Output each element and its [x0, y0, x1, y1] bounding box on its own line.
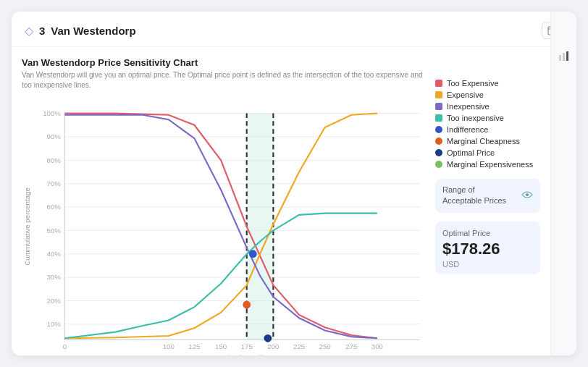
- legend-label-too-inexpensive: Too inexpensive: [447, 114, 504, 122]
- optimal-currency: USD: [442, 260, 533, 269]
- svg-text:Cummulative percentage: Cummulative percentage: [23, 187, 31, 266]
- svg-rect-5: [563, 53, 565, 61]
- svg-point-47: [264, 334, 272, 342]
- legend-optimal-price: Optimal Price: [435, 148, 540, 157]
- svg-text:225: 225: [293, 342, 305, 350]
- svg-text:275: 275: [345, 342, 357, 350]
- legend-color-indifference: [435, 126, 442, 133]
- legend-color-optimal-price: [435, 149, 442, 156]
- svg-text:300: 300: [371, 342, 384, 350]
- content-area: Van Westendorp Price Sensitivity Chart V…: [12, 47, 576, 355]
- legend-label-expensive: Expensive: [447, 90, 484, 99]
- svg-text:10%: 10%: [47, 320, 62, 328]
- svg-text:0: 0: [63, 342, 67, 350]
- legend-label-optimal-price: Optimal Price: [447, 148, 495, 157]
- svg-text:125: 125: [188, 342, 200, 350]
- legend-color-expensive: [435, 91, 442, 98]
- range-label: Range ofAcceptable Prices: [442, 185, 506, 207]
- legend-label-marginal-expensiveness: Marginal Expensiveness: [447, 160, 533, 169]
- legend-too-inexpensive: Too inexpensive: [435, 114, 540, 122]
- svg-text:70%: 70%: [47, 180, 62, 187]
- optimal-price-label: Optimal Price: [442, 229, 533, 237]
- svg-text:30%: 30%: [47, 273, 62, 281]
- optimal-price-value: $178.26: [442, 240, 533, 258]
- legend-color-too-inexpensive: [435, 114, 442, 122]
- chart-title: Van Westendorp Price Sensitivity Chart: [22, 57, 428, 68]
- step-number: 3: [39, 25, 45, 37]
- svg-rect-42: [247, 114, 274, 340]
- legend-indifference: Indifference: [435, 125, 540, 134]
- diamond-icon: ◇: [25, 24, 33, 38]
- svg-text:Price (USD $): Price (USD $): [220, 353, 264, 355]
- legend-color-marginal-cheapness: [435, 138, 442, 145]
- legend-label-indifference: Indifference: [447, 125, 488, 134]
- legend-expensive: Expensive: [435, 90, 540, 99]
- svg-text:150: 150: [215, 342, 227, 350]
- svg-rect-4: [559, 55, 561, 61]
- svg-text:100%: 100%: [43, 109, 61, 117]
- range-eye-icon[interactable]: [521, 190, 533, 201]
- svg-text:20%: 20%: [47, 297, 62, 305]
- chart-container: Cummulative percentage 100% 90% 80% 70% …: [22, 96, 428, 355]
- legend-label-marginal-cheapness: Marginal Cheapness: [447, 137, 520, 145]
- legend-too-expensive: Too Expensive: [435, 79, 540, 88]
- page-title: Van Westendorp: [51, 25, 135, 37]
- svg-text:100: 100: [163, 342, 175, 350]
- chart-description: Van Westendorp will give you an optimal …: [22, 70, 428, 90]
- svg-text:250: 250: [319, 342, 332, 350]
- chart-section: Van Westendorp Price Sensitivity Chart V…: [22, 57, 428, 347]
- chart-svg: Cummulative percentage 100% 90% 80% 70% …: [22, 96, 428, 355]
- svg-text:60%: 60%: [47, 203, 62, 211]
- legend-marginal-cheapness: Marginal Cheapness: [435, 137, 540, 145]
- svg-point-46: [243, 300, 251, 308]
- legend-label-too-expensive: Too Expensive: [447, 79, 499, 88]
- legend-inexpensive: Inexpensive: [435, 102, 540, 111]
- svg-rect-6: [566, 51, 568, 61]
- svg-text:50%: 50%: [47, 227, 62, 235]
- svg-text:40%: 40%: [47, 250, 62, 258]
- range-box: Range ofAcceptable Prices: [435, 179, 540, 213]
- main-card: ◇ 3 Van Westendorp Van Westendorp Price: [12, 12, 576, 355]
- svg-text:175: 175: [241, 342, 253, 350]
- legend-color-too-expensive: [435, 80, 442, 87]
- svg-text:80%: 80%: [47, 156, 62, 164]
- legend-panel: Too Expensive Expensive Inexpensive Too …: [428, 57, 540, 347]
- svg-point-45: [249, 250, 257, 258]
- sidebar-chart-icon[interactable]: [555, 48, 572, 67]
- optimal-price-box: Optimal Price $178.26 USD: [435, 222, 540, 274]
- svg-text:200: 200: [267, 342, 280, 350]
- sidebar-icons: [550, 12, 576, 355]
- legend-marginal-expensiveness: Marginal Expensiveness: [435, 160, 540, 169]
- legend-label-inexpensive: Inexpensive: [447, 102, 490, 111]
- svg-point-48: [526, 193, 529, 196]
- header: ◇ 3 Van Westendorp: [12, 12, 576, 47]
- legend-color-inexpensive: [435, 103, 442, 110]
- legend-color-marginal-expensiveness: [435, 161, 442, 168]
- svg-text:90%: 90%: [47, 132, 62, 140]
